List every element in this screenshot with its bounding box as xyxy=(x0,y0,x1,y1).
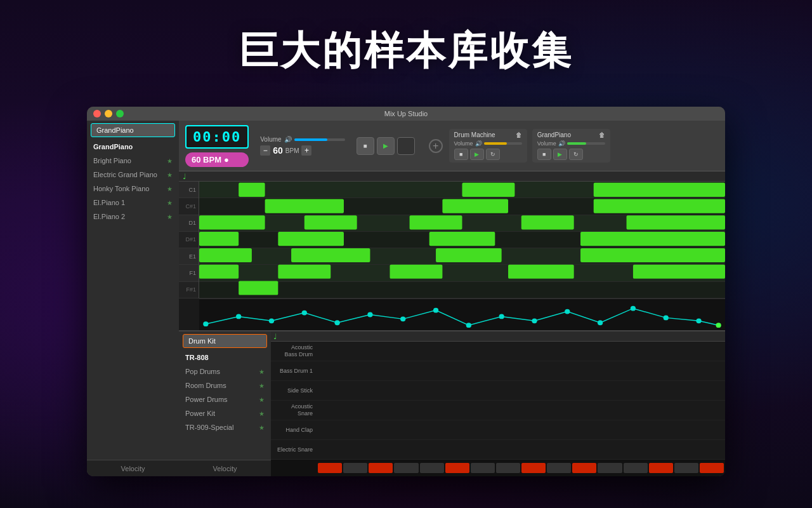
svg-point-27 xyxy=(269,318,274,323)
drum-pads-5 xyxy=(315,448,725,451)
svg-point-35 xyxy=(532,318,537,323)
vel-pad-2[interactable] xyxy=(369,463,393,473)
vel-pad-9[interactable] xyxy=(547,463,571,473)
drum-play-button[interactable]: ▶ xyxy=(470,149,484,160)
svg-rect-8 xyxy=(410,215,462,229)
volume-slider[interactable] xyxy=(294,138,345,141)
vel-pad-7[interactable] xyxy=(496,463,520,473)
svg-point-36 xyxy=(565,309,570,314)
power-kit-label: Power Kit xyxy=(185,410,215,417)
grand-play-button[interactable]: ▶ xyxy=(553,149,567,160)
vel-pad-14[interactable] xyxy=(674,463,698,473)
bpm-display[interactable]: 60 BPM ● xyxy=(185,152,249,167)
close-button[interactable] xyxy=(93,110,101,117)
drum-volume-slider[interactable] xyxy=(484,142,522,145)
powerkit-star-icon: ★ xyxy=(259,410,265,417)
svg-rect-15 xyxy=(199,248,252,262)
star-icon-4: ★ xyxy=(167,199,173,206)
tr808-label: TR-808 xyxy=(185,354,209,361)
drum-item-powerkit[interactable]: Power Kit ★ xyxy=(179,406,271,420)
add-channel-button[interactable]: + xyxy=(429,139,443,153)
bpm-plus-button[interactable]: + xyxy=(301,145,311,156)
key-fs1: F#1 xyxy=(179,282,199,298)
svg-rect-18 xyxy=(580,248,725,262)
drum-row-0: Acoustic Bass Drum xyxy=(271,342,725,361)
vel-pad-10[interactable] xyxy=(572,463,596,473)
drum-row-label-0: Acoustic Bass Drum xyxy=(271,344,315,358)
room-star-icon: ★ xyxy=(259,382,265,389)
master-play-button[interactable]: ▶ xyxy=(377,137,395,155)
drum-list: TR-808 Pop Drums ★ Room Drums ★ Power Dr… xyxy=(179,351,271,460)
sidebar-item-grandpiano[interactable]: GrandPiano xyxy=(87,140,179,154)
star-icon-5: ★ xyxy=(167,213,173,220)
bpm-minus-button[interactable]: − xyxy=(260,145,270,156)
grandpiano-sidebar: GrandPiano GrandPiano Bright Piano ★ Ele… xyxy=(87,121,179,476)
grand-stop-button[interactable]: ■ xyxy=(537,149,551,160)
master-stop-button[interactable]: ■ xyxy=(357,137,374,155)
drum-refresh-button[interactable]: ↻ xyxy=(486,149,500,160)
key-f1: F1 xyxy=(179,265,199,281)
drum-row-2: Side Stick xyxy=(271,381,725,401)
note-area[interactable] xyxy=(199,182,725,298)
svg-point-25 xyxy=(203,321,208,326)
bpm-control: − 60 BPM + xyxy=(260,145,344,156)
drum-item-power[interactable]: Power Drums ★ xyxy=(179,392,271,406)
svg-point-34 xyxy=(499,314,504,319)
power-star-icon: ★ xyxy=(259,396,265,403)
svg-rect-7 xyxy=(304,215,357,229)
main-content: GrandPiano GrandPiano Bright Piano ★ Ele… xyxy=(87,121,725,476)
svg-point-33 xyxy=(466,323,471,328)
vel-pad-11[interactable] xyxy=(598,463,622,473)
svg-rect-11 xyxy=(199,232,239,246)
sidebar-item-elpiano2[interactable]: El.Piano 2 ★ xyxy=(87,210,179,224)
drum-item-pop[interactable]: Pop Drums ★ xyxy=(179,364,271,378)
grand-refresh-button[interactable]: ↻ xyxy=(569,149,583,160)
grandpiano-label: GrandPiano xyxy=(93,143,133,150)
drum-kit-header[interactable]: Drum Kit xyxy=(183,334,267,348)
master-record-button[interactable] xyxy=(397,137,415,155)
electric-grand-label: Electric Grand Piano xyxy=(93,171,157,178)
star-icon-3: ★ xyxy=(167,185,173,192)
drum-stop-button[interactable]: ■ xyxy=(454,149,468,160)
minimize-button[interactable] xyxy=(105,110,112,117)
vel-pad-12[interactable] xyxy=(624,463,648,473)
grandpiano-channel: GrandPiano 🗑 Volume 🔊 ■ ▶ xyxy=(532,129,610,163)
maximize-button[interactable] xyxy=(116,110,124,117)
grandpiano-section: GrandPiano GrandPiano Bright Piano ★ Ele… xyxy=(87,121,179,460)
svg-rect-19 xyxy=(199,265,239,279)
sidebar-item-honky[interactable]: Honky Tonk Piano ★ xyxy=(87,182,179,196)
grand-delete-icon[interactable]: 🗑 xyxy=(599,131,605,138)
svg-point-41 xyxy=(716,323,721,328)
grandpiano-header[interactable]: GrandPiano xyxy=(91,123,175,137)
vel-pad-8[interactable] xyxy=(521,463,546,473)
svg-point-32 xyxy=(433,308,438,313)
vel-pad-1[interactable] xyxy=(343,463,367,473)
vel-pad-0[interactable] xyxy=(318,463,342,473)
sidebar-item-elpiano1[interactable]: El.Piano 1 ★ xyxy=(87,196,179,210)
vel-pad-3[interactable] xyxy=(394,463,418,473)
drum-item-tr808[interactable]: TR-808 xyxy=(179,351,271,364)
grand-volume-slider[interactable] xyxy=(567,142,605,145)
vel-pad-5[interactable] xyxy=(445,463,469,473)
star-icon-2: ★ xyxy=(167,171,173,178)
sidebar-item-electric-grand[interactable]: Electric Grand Piano ★ xyxy=(87,168,179,182)
drum-grid-area: ♩ Acoustic Bass DrumBass Drum 1Side Stic… xyxy=(271,331,725,476)
drum-item-tr909[interactable]: TR-909-Special ★ xyxy=(179,420,271,434)
title-area: 巨大的样本库收集 xyxy=(0,0,812,102)
drum-machine-channel: Drum Machine 🗑 Volume 🔊 ■ ▶ xyxy=(449,129,527,163)
vel-pad-6[interactable] xyxy=(471,463,495,473)
drum-sidebar: Drum Kit TR-808 Pop Drums ★ Room Drums ★ xyxy=(179,331,271,476)
svg-rect-12 xyxy=(278,232,344,246)
drum-item-room[interactable]: Room Drums ★ xyxy=(179,378,271,392)
sidebar-item-bright-piano[interactable]: Bright Piano ★ xyxy=(87,154,179,168)
power-drums-label: Power Drums xyxy=(185,396,228,403)
traffic-lights xyxy=(93,110,124,117)
vel-pad-15[interactable] xyxy=(700,463,724,473)
drum-channel-name: Drum Machine 🗑 xyxy=(454,131,522,138)
svg-point-40 xyxy=(696,318,701,323)
vel-pad-13[interactable] xyxy=(649,463,673,473)
drum-delete-icon[interactable]: 🗑 xyxy=(516,131,522,138)
vel-pad-4[interactable] xyxy=(420,463,444,473)
key-ds1: D#1 xyxy=(179,232,199,248)
key-e1: E1 xyxy=(179,248,199,265)
